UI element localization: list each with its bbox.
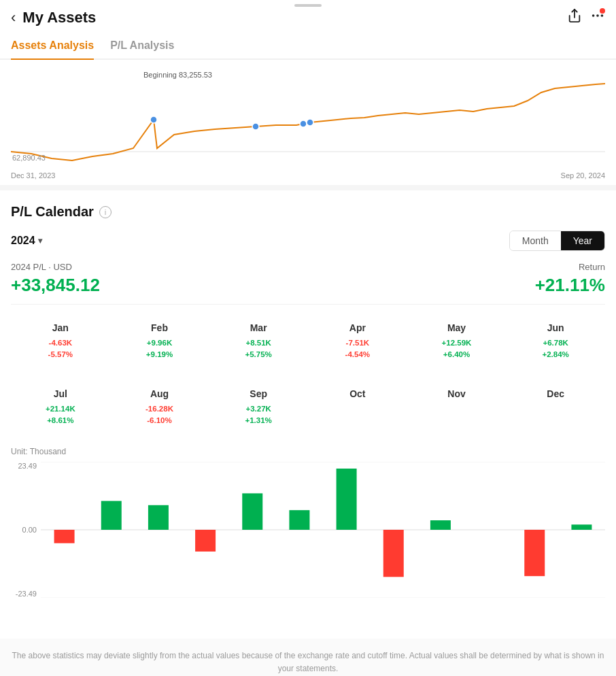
month-name: Dec (510, 388, 601, 399)
year-value: 2024 (11, 235, 35, 247)
month-toggle-btn[interactable]: Month (510, 231, 561, 250)
month-name: Nov (411, 388, 502, 399)
y-min-label: -23.49 (11, 590, 37, 598)
svg-point-3 (601, 14, 604, 17)
info-icon[interactable]: i (99, 206, 112, 218)
month-year-toggle: Month Year (509, 231, 605, 251)
month-cell-may: May+12.59K+6.40% (407, 316, 507, 368)
pl-summary-right: Return +21.11% (535, 262, 605, 296)
month-cell-mar: Mar+8.51K+5.75% (209, 316, 308, 368)
month-name: Sep (213, 388, 304, 399)
month-name: Jul (15, 388, 106, 399)
top-actions (567, 8, 605, 27)
month-pl: -4.63K-5.57% (15, 337, 106, 361)
bar-sep (430, 520, 451, 530)
bar-dec (571, 524, 592, 530)
month-pl: +6.78K+2.84% (510, 337, 601, 361)
page-title: My Assets (22, 9, 567, 27)
disclaimer: The above statistics may deviate slightl… (0, 639, 616, 676)
chart-begin-label: Beginning 83,255.53 (143, 71, 605, 79)
month-name: Feb (114, 322, 205, 333)
month-cell-feb: Feb+9.96K+9.19% (110, 316, 209, 368)
month-pl: -7.51K-4.54% (312, 337, 403, 361)
return-value: +21.11% (535, 275, 605, 296)
unit-label: Unit: Thousand (11, 447, 605, 456)
year-selector[interactable]: 2024 ▾ (11, 235, 42, 247)
bar-jun (289, 510, 309, 530)
controls-row: 2024 ▾ Month Year (11, 231, 605, 251)
chart-svg: 62,890.43 (11, 80, 605, 169)
pl-value: +33,845.12 (11, 275, 100, 296)
month-pl: -16.28K-6.10% (114, 403, 205, 427)
svg-point-8 (307, 119, 313, 126)
month-pl: +21.14K+8.61% (15, 403, 106, 427)
svg-point-6 (252, 123, 259, 130)
pl-section: P/L Calendar i 2024 ▾ Month Year 2024 P/… (0, 190, 616, 622)
month-name: May (411, 322, 502, 333)
month-pl: +12.59K+6.40% (411, 337, 502, 361)
pl-header: P/L Calendar i (11, 204, 605, 220)
bar-nov (524, 530, 545, 576)
month-grid-row2: Jul+21.14K+8.61%Aug-16.28K-6.10%Sep+3.27… (11, 382, 605, 434)
bar-aug (383, 530, 404, 577)
month-pl: +8.51K+5.75% (213, 337, 304, 361)
back-button[interactable]: ‹ (11, 9, 16, 27)
month-name: Jan (15, 322, 106, 333)
y-zero-label: 0.00 (11, 526, 37, 534)
month-grid-row1: Jan-4.63K-5.57%Feb+9.96K+9.19%Mar+8.51K+… (11, 316, 605, 368)
month-cell-aug: Aug-16.28K-6.10% (110, 382, 209, 434)
year-chevron-icon: ▾ (38, 236, 42, 246)
month-name: Oct (312, 388, 403, 399)
return-label: Return (535, 262, 605, 272)
month-cell-jan: Jan-4.63K-5.57% (11, 316, 110, 368)
bar-feb (101, 501, 122, 530)
bar-may (242, 493, 262, 530)
svg-point-7 (300, 120, 307, 127)
tab-bar: Assets Analysis P/L Analysis (0, 33, 616, 60)
svg-point-1 (592, 14, 595, 17)
pl-label: 2024 P/L · USD (11, 262, 100, 272)
top-bar: ‹ My Assets (0, 0, 616, 33)
month-pl: +9.96K+9.19% (114, 337, 205, 361)
share-button[interactable] (567, 8, 582, 27)
svg-point-2 (596, 14, 599, 17)
more-button[interactable] (590, 8, 605, 27)
notification-dot (600, 8, 605, 14)
tab-pl-analysis[interactable]: P/L Analysis (110, 33, 174, 60)
bar-apr (195, 530, 216, 552)
bar-jan (54, 530, 75, 543)
month-cell-oct: Oct (308, 382, 407, 434)
bar-jul (337, 469, 357, 530)
pl-summary-left: 2024 P/L · USD +33,845.12 (11, 262, 100, 296)
month-cell-sep: Sep+3.27K+1.31% (209, 382, 308, 434)
month-cell-jun: Jun+6.78K+2.84% (506, 316, 605, 368)
pl-title: P/L Calendar (11, 204, 94, 220)
month-cell-jul: Jul+21.14K+8.61% (11, 382, 110, 434)
chart-date-start: Dec 31, 2023 (11, 171, 55, 180)
tab-assets-analysis[interactable]: Assets Analysis (11, 33, 94, 60)
month-name: Mar (213, 322, 304, 333)
month-cell-dec: Dec (506, 382, 605, 434)
year-toggle-btn[interactable]: Year (561, 231, 604, 250)
pl-summary: 2024 P/L · USD +33,845.12 Return +21.11% (11, 262, 605, 305)
bar-mar (148, 505, 169, 530)
month-cell-apr: Apr-7.51K-4.54% (308, 316, 407, 368)
month-pl: +3.27K+1.31% (213, 403, 304, 427)
y-max-label: 23.49 (11, 462, 37, 470)
month-name: Aug (114, 388, 205, 399)
bar-chart: 23.49 0.00 -23.49 (11, 462, 605, 611)
chart-bottom-labels: Dec 31, 2023 Sep 20, 2024 (11, 171, 605, 180)
svg-point-5 (150, 116, 157, 123)
section-divider (0, 185, 616, 190)
month-cell-nov: Nov (407, 382, 507, 434)
month-name: Apr (312, 322, 403, 333)
svg-text:62,890.43: 62,890.43 (12, 154, 46, 162)
chart-area: Beginning 83,255.53 62,890.43 Dec 31, 20… (0, 60, 616, 185)
month-name: Jun (510, 322, 601, 333)
chart-date-end: Sep 20, 2024 (561, 171, 605, 180)
